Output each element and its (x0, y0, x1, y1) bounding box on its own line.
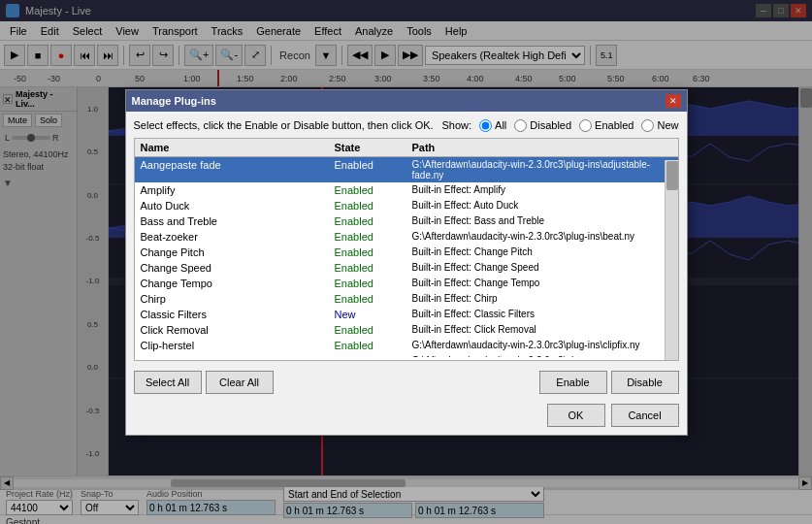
select-all-button[interactable]: Select All (134, 371, 202, 394)
list-scrollbar-thumb[interactable] (666, 161, 678, 190)
dialog-close-button[interactable]: ✕ (666, 94, 681, 108)
plugin-row[interactable]: Chirp Enabled Built-in Effect: Chirp (135, 291, 678, 307)
plugin-row[interactable]: Change Pitch Enabled Built-in Effect: Ch… (135, 245, 678, 260)
plugin-row[interactable]: Beat-zoeker Enabled G:\Afterdawn\audacit… (135, 229, 678, 245)
enable-button[interactable]: Enable (539, 371, 607, 394)
ok-cancel-row: OK Cancel (134, 404, 679, 427)
plugin-list-header: Name State Path (135, 139, 678, 157)
plugin-row[interactable]: Clips crossfaden Enabled G:\Afterdawn\au… (135, 353, 678, 357)
plugin-row[interactable]: Amplify Enabled Built-in Effect: Amplify (135, 182, 678, 198)
dialog-titlebar: Manage Plug-ins ✕ (126, 90, 687, 112)
show-label: Show: (441, 119, 471, 131)
plugin-row[interactable]: Change Speed Enabled Built-in Effect: Ch… (135, 260, 678, 276)
plugin-row[interactable]: Bass and Treble Enabled Built-in Effect:… (135, 213, 678, 229)
clear-all-button[interactable]: Clear All (206, 371, 274, 394)
show-enabled-option[interactable]: Enabled (579, 119, 633, 132)
dialog-instruction: Select effects, click the Enable or Disa… (134, 119, 434, 131)
plugin-row[interactable]: Clip-herstel Enabled G:\Afterdawn\audaci… (135, 338, 678, 353)
ok-button[interactable]: OK (547, 404, 605, 427)
col-state-header: State (329, 141, 406, 154)
modal-overlay: Manage Plug-ins ✕ Select effects, click … (0, 0, 812, 524)
manage-plugins-dialog: Manage Plug-ins ✕ Select effects, click … (125, 89, 688, 436)
plugin-row[interactable]: Change Tempo Enabled Built-in Effect: Ch… (135, 276, 678, 291)
plugin-list-container: Name State Path Aangepaste fade Enabled … (134, 138, 679, 361)
show-disabled-option[interactable]: Disabled (514, 119, 571, 132)
list-scrollbar[interactable] (665, 160, 678, 360)
dialog-button-row: Select All Clear All Enable Disable (134, 367, 679, 398)
show-new-option[interactable]: New (641, 119, 678, 132)
col-name-header: Name (135, 141, 329, 154)
show-all-option[interactable]: All (479, 119, 506, 132)
plugin-row[interactable]: Auto Duck Enabled Built-in Effect: Auto … (135, 198, 678, 213)
cancel-button[interactable]: Cancel (611, 404, 679, 427)
plugin-row[interactable]: Aangepaste fade Enabled G:\Afterdawn\aud… (135, 157, 678, 182)
dialog-title: Manage Plug-ins (132, 95, 216, 107)
disable-button[interactable]: Disable (611, 371, 679, 394)
plugin-row[interactable]: Classic Filters New Built-in Effect: Cla… (135, 307, 678, 322)
plugin-list-body[interactable]: Aangepaste fade Enabled G:\Afterdawn\aud… (135, 157, 678, 357)
plugin-row[interactable]: Click Removal Enabled Built-in Effect: C… (135, 322, 678, 338)
col-path-header: Path (406, 141, 678, 154)
